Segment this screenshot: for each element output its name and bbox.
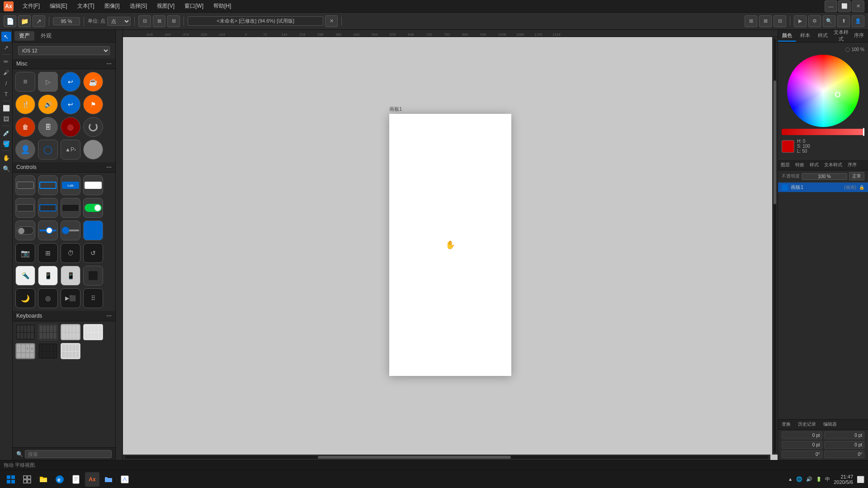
network-icon[interactable]: 🌐 (796, 476, 802, 482)
settings-button[interactable]: ⚙ (808, 15, 821, 27)
fill-tool[interactable]: 🪣 (1, 139, 11, 149)
menu-window[interactable]: 窗口[W] (180, 1, 208, 11)
explorer-button[interactable] (36, 472, 51, 487)
volume-icon[interactable]: 🔊 (806, 476, 812, 482)
color-wheel[interactable] (787, 55, 859, 127)
comp-grid-icon[interactable]: ⊞ (38, 243, 58, 263)
menu-select[interactable]: 选择[S] (125, 1, 152, 11)
preview-button[interactable]: ▶ (794, 15, 807, 27)
select-tool[interactable]: ↖ (1, 32, 11, 42)
comp-dots[interactable]: ⠿ (83, 288, 103, 308)
keyboard-dark-item[interactable] (15, 324, 35, 340)
align-left-button[interactable]: ⊟ (138, 15, 151, 27)
comp-speaker[interactable]: 🔊 (38, 94, 58, 114)
canvas-area[interactable]: -518 -444 -376 -216 -144 0 72 144 216 28… (116, 30, 778, 460)
start-button[interactable] (4, 472, 18, 487)
comp-list[interactable]: ≡ (15, 72, 35, 92)
comp-target[interactable]: ◎ (38, 288, 58, 308)
shape-tool[interactable]: ⬜ (1, 103, 11, 113)
comp-circle-outline[interactable]: ◯ (38, 140, 58, 160)
keyboard-white-item[interactable] (83, 324, 103, 340)
assets-tab[interactable]: 资产 (14, 31, 34, 41)
notepad-button[interactable] (69, 472, 83, 487)
grid-toggle-button[interactable]: ⊞ (745, 15, 757, 27)
comp-input-white[interactable] (83, 175, 103, 195)
comp-flag[interactable]: ⚑ (83, 94, 103, 114)
line-tool[interactable]: / (1, 78, 11, 88)
keyboard-language-icon[interactable]: 中 (825, 476, 830, 483)
comp-rect-blue[interactable] (83, 221, 103, 240)
transform-tab-editor[interactable]: 编辑器 (820, 420, 840, 428)
comp-phone2[interactable]: 📱 (61, 266, 80, 286)
comp-toggle-on[interactable] (83, 198, 103, 218)
layer-tab-layers[interactable]: 图层 (778, 161, 793, 169)
comp-input-dark[interactable] (61, 198, 80, 218)
comp-storage[interactable]: 🗄 (38, 117, 58, 137)
comp-input-outline2[interactable] (15, 198, 35, 218)
search-button[interactable]: 🔍 (823, 15, 835, 27)
keyboard-dark2-item[interactable] (38, 343, 58, 359)
direct-select-tool[interactable]: ↗ (1, 42, 11, 52)
share-button[interactable]: ↗ (33, 15, 45, 27)
menu-view[interactable]: 视图[V] (152, 1, 179, 11)
comp-slider-blue[interactable] (61, 221, 80, 240)
transform-rot[interactable]: 0° (782, 450, 822, 458)
snap-button[interactable]: ⊠ (759, 15, 772, 27)
comp-media1[interactable]: ▶⬛ (61, 288, 80, 308)
transform-x[interactable]: 0 pt (782, 432, 822, 439)
comp-coffee[interactable]: ☕ (83, 72, 103, 92)
open-button[interactable]: 📁 (18, 15, 31, 27)
rp-tab-order[interactable]: 序序 (850, 30, 868, 42)
comp-pill-off[interactable] (15, 221, 35, 240)
comp-input-blue2[interactable] (38, 198, 58, 218)
comp-apple-logo[interactable]: ▲P› (61, 140, 80, 160)
edge-button[interactable]: e (52, 472, 67, 487)
keyboards-section-header[interactable]: Keyboards ⋯ (13, 311, 115, 321)
comp-input-outline[interactable] (15, 175, 35, 195)
comp-moon[interactable]: 🌙 (15, 288, 35, 308)
artboard[interactable]: ✋ (389, 114, 511, 376)
keyboard-medium-item[interactable] (38, 324, 58, 340)
window-minimize-button[interactable]: — (825, 0, 837, 12)
layer-tab-order[interactable]: 序序 (845, 161, 859, 169)
comp-label-blue[interactable]: Lab (61, 175, 80, 195)
export-button[interactable]: ⬆ (837, 15, 850, 27)
keyboard-light-item[interactable] (61, 324, 80, 340)
hand-tool[interactable]: ✋ (1, 153, 11, 163)
controls-section-header[interactable]: Controls ⋯ (13, 162, 115, 173)
layer-tab-textstyle[interactable]: 文本样式 (821, 161, 845, 169)
misc-section-header[interactable]: Misc ⋯ (13, 59, 115, 69)
taskview-button[interactable] (20, 472, 34, 487)
comp-input-blue[interactable] (38, 175, 58, 195)
comp-torch[interactable]: 🔦 (15, 266, 35, 286)
tab-title[interactable]: <未命名> [已修改] (94.6%) [试用版] (188, 16, 323, 26)
comp-small-dark[interactable] (83, 266, 103, 286)
scrollbar-horizontal[interactable] (123, 455, 770, 460)
axure-taskbar-button[interactable]: Ax (85, 472, 99, 487)
rp-tab-swatches[interactable]: 样本 (796, 30, 814, 42)
search-input[interactable] (25, 450, 112, 458)
comp-slider-h[interactable] (38, 221, 58, 240)
keyboard-label-item[interactable]: "La (15, 343, 35, 359)
transform-shear[interactable]: 0° (824, 450, 865, 458)
account-button[interactable]: 👤 (852, 15, 864, 27)
canvas-content[interactable]: 画板1 ✋ (123, 37, 778, 453)
text-tool[interactable]: T (1, 89, 11, 99)
brush-tool[interactable]: 🖌 (1, 67, 11, 77)
comp-timer[interactable]: ⏱ (61, 243, 80, 263)
image-tool[interactable]: 🖼 (1, 114, 11, 124)
comp-delete[interactable]: 🗑 (15, 117, 35, 137)
tray-arrow-icon[interactable]: ▲ (788, 477, 793, 482)
keyboards-toggle-icon[interactable]: ⋯ (106, 313, 112, 319)
zoom-value[interactable]: 95 % (53, 17, 80, 25)
transform-y[interactable]: 0 pt (824, 432, 865, 439)
keyboard-white2-item[interactable] (61, 343, 80, 359)
align-right-button[interactable]: ⊞ (167, 15, 180, 27)
comp-back[interactable]: ↩ (61, 94, 80, 114)
zoom-tool[interactable]: 🔍 (1, 164, 11, 174)
comp-restaurant[interactable]: 🍴 (15, 94, 35, 114)
scroll-thumb-v[interactable] (774, 80, 776, 205)
notification-icon[interactable]: ⬜ (857, 476, 864, 483)
platform-select[interactable]: iOS 12 (18, 46, 110, 55)
scroll-thumb-h[interactable] (318, 456, 511, 459)
